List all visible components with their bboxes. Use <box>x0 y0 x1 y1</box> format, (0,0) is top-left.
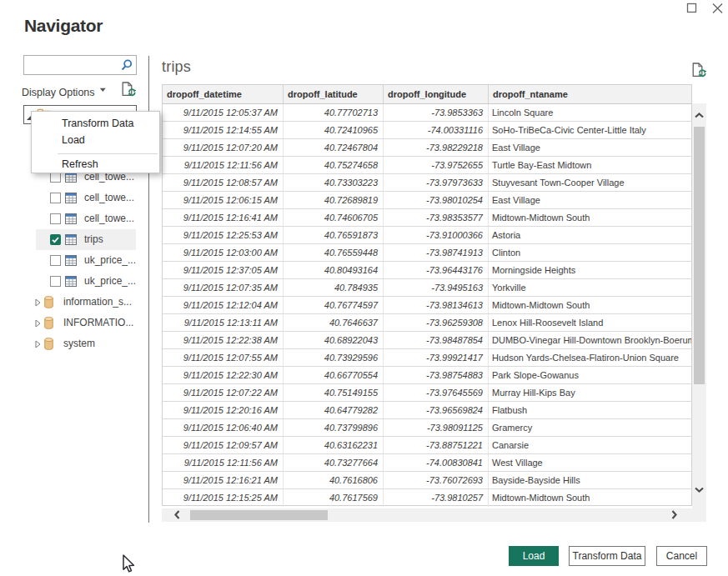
scroll-down-icon[interactable] <box>695 487 704 493</box>
table-cell: 40.68922043 <box>283 332 383 348</box>
table-row: 9/11/2015 12:08:57 AM40.73303223-73.9797… <box>163 174 691 192</box>
tree-item-uk-price[interactable]: uk_price_... <box>0 250 148 271</box>
preview-table-body: 9/11/2015 12:05:37 AM40.77702713-73.9853… <box>163 104 691 507</box>
horizontal-scrollbar[interactable] <box>162 508 706 522</box>
tree-item-label: system <box>63 333 95 354</box>
table-cell: 9/11/2015 12:06:15 AM <box>163 192 283 208</box>
table-cell: 40.73799896 <box>283 419 383 436</box>
checkbox-unchecked-icon[interactable] <box>50 255 61 266</box>
tree-item-cell-towe[interactable]: cell_towe... <box>0 208 148 229</box>
tree-item-uk-price[interactable]: uk_price_... <box>0 271 148 292</box>
tree-item-label: cell_towe... <box>84 188 134 208</box>
table-cell: -73.98229218 <box>383 139 488 156</box>
column-header-dropoff_longitude[interactable]: dropoff_longitude <box>383 85 488 103</box>
tree-item-trips[interactable]: trips <box>0 229 148 250</box>
refresh-preview-icon[interactable] <box>122 82 136 98</box>
scroll-up-icon[interactable] <box>695 113 704 118</box>
checkbox-unchecked-icon[interactable] <box>50 276 61 287</box>
display-options-dropdown[interactable]: Display Options <box>22 84 95 98</box>
scroll-right-icon[interactable] <box>671 510 677 519</box>
table-cell: 40.74606705 <box>283 209 383 226</box>
table-cell: -73.97973633 <box>383 174 488 191</box>
table-cell: -73.9853363 <box>383 104 488 121</box>
table-cell: -73.9752655 <box>383 157 488 173</box>
tree-item-system[interactable]: system <box>0 333 148 354</box>
context-menu: Transform DataLoadRefresh <box>31 111 160 173</box>
maximize-button[interactable] <box>685 2 698 15</box>
table-cell: Lenox Hill-Roosevelt Island <box>488 314 691 331</box>
table-cell: Flatbush <box>488 402 691 418</box>
table-cell: 9/11/2015 12:06:40 AM <box>163 419 283 436</box>
display-options-label: Display Options <box>22 87 95 98</box>
expand-triangle-icon[interactable] <box>35 340 41 348</box>
column-header-dropoff_latitude[interactable]: dropoff_latitude <box>283 85 383 103</box>
expand-triangle-icon[interactable] <box>35 298 41 307</box>
table-cell: -73.88751221 <box>383 437 488 453</box>
search-input[interactable] <box>28 57 121 73</box>
table-cell: 9/11/2015 12:22:38 AM <box>163 332 283 348</box>
menu-item-transform-data[interactable]: Transform Data <box>32 117 159 130</box>
column-header-dropoff_datetime[interactable]: dropoff_datetime <box>163 85 283 103</box>
cancel-button[interactable]: Cancel <box>656 546 707 566</box>
table-cell: 40.76774597 <box>283 297 383 313</box>
menu-item-load[interactable]: Load <box>32 133 159 147</box>
table-cell: -73.96569824 <box>383 402 488 418</box>
table-cell: Hudson Yards-Chelsea-Flatiron-Union Squa… <box>488 349 691 366</box>
checkbox-unchecked-icon[interactable] <box>50 193 61 203</box>
tree-item-informatio[interactable]: INFORMATIO... <box>0 313 148 333</box>
expand-triangle-icon[interactable] <box>35 319 41 328</box>
tree-item-label: trips <box>84 229 103 250</box>
navigator-dialog: { "window": { "title": "Navigator" }, "s… <box>0 0 728 576</box>
table-cell: 40.73929596 <box>283 349 383 366</box>
refresh-table-icon[interactable] <box>692 63 706 78</box>
horizontal-scrollbar-thumb[interactable] <box>190 510 328 520</box>
table-cell: Morningside Heights <box>488 262 691 278</box>
dropdown-caret-icon[interactable] <box>99 88 107 93</box>
table-cell: 40.72689819 <box>283 192 383 208</box>
tree-item-label: uk_price_... <box>84 271 136 292</box>
checkbox-checked-icon[interactable] <box>50 234 61 245</box>
search-box <box>23 55 137 75</box>
table-row: 9/11/2015 12:07:55 AM40.73929596-73.9992… <box>163 349 691 367</box>
table-cell: -73.96443176 <box>383 262 488 278</box>
table-cell: 9/11/2015 12:11:56 AM <box>163 157 283 173</box>
tree-item-cell-towe[interactable]: cell_towe... <box>0 188 148 208</box>
table-cell: East Village <box>488 192 691 208</box>
load-button[interactable]: Load <box>509 546 559 566</box>
checkbox-unchecked-icon[interactable] <box>50 213 61 224</box>
column-header-dropoff_ntaname[interactable]: dropoff_ntaname <box>488 85 691 103</box>
table-row: 9/11/2015 12:06:40 AM40.73799896-73.9809… <box>163 419 691 437</box>
table-cell: -73.98741913 <box>383 244 488 261</box>
table-cell: Canarsie <box>488 437 691 453</box>
table-cell: 9/11/2015 12:09:57 AM <box>163 437 283 453</box>
table-row: 9/11/2015 12:03:00 AM40.76559448-73.9874… <box>163 244 691 262</box>
tree-item-information-s[interactable]: information_s... <box>0 292 148 313</box>
table-cell: East Village <box>488 139 691 156</box>
table-cell: Lincoln Square <box>488 104 691 121</box>
transform-data-button[interactable]: Transform Data <box>569 546 645 566</box>
tree-item-label: INFORMATIO... <box>63 313 133 333</box>
table-cell: 40.72467804 <box>283 139 383 156</box>
table-cell: 9/11/2015 12:07:20 AM <box>163 139 283 156</box>
table-cell: 40.7617569 <box>283 489 383 507</box>
table-cell: -73.98010254 <box>383 192 488 208</box>
scroll-left-icon[interactable] <box>174 510 180 519</box>
table-cell: -73.97645569 <box>383 384 488 401</box>
close-icon <box>710 2 724 15</box>
menu-item-refresh[interactable]: Refresh <box>32 158 159 171</box>
table-cell: 9/11/2015 12:07:55 AM <box>163 349 283 366</box>
table-cell: -73.9495163 <box>383 279 488 296</box>
table-row: 9/11/2015 12:15:25 AM40.7617569-73.98102… <box>163 489 691 507</box>
table-cell: -73.98134613 <box>383 297 488 313</box>
vertical-scrollbar[interactable] <box>692 103 706 522</box>
table-cell: SoHo-TriBeCa-Civic Center-Little Italy <box>488 122 691 138</box>
table-cell: 40.66770554 <box>283 367 383 383</box>
table-cell: 9/11/2015 12:12:04 AM <box>163 297 283 313</box>
close-button[interactable] <box>710 2 724 15</box>
table-cell: 9/11/2015 12:08:57 AM <box>163 174 283 191</box>
table-cell: -73.76072693 <box>383 472 488 488</box>
vertical-scrollbar-thumb[interactable] <box>694 127 705 384</box>
tree-item-label: information_s... <box>63 292 132 313</box>
table-cell: Midtown-Midtown South <box>488 489 691 507</box>
preview-table: dropoff_datetimedropoff_latitudedropoff_… <box>162 84 692 506</box>
